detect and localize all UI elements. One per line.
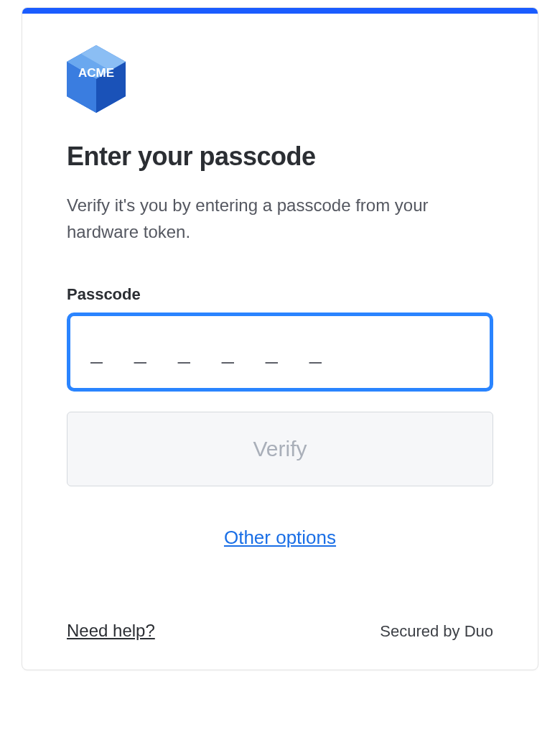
- logo-container: ACME: [67, 45, 493, 113]
- verify-button[interactable]: Verify: [67, 412, 493, 486]
- secured-by-text: Secured by Duo: [380, 622, 493, 641]
- logo-text: ACME: [78, 66, 114, 80]
- help-link[interactable]: Need help?: [67, 621, 155, 641]
- card-footer: Need help? Secured by Duo: [67, 621, 493, 641]
- accent-bar: [22, 8, 538, 14]
- card-content: ACME Enter your passcode Verify it's you…: [22, 14, 538, 670]
- page-title: Enter your passcode: [67, 142, 493, 172]
- page-subtitle: Verify it's you by entering a passcode f…: [67, 192, 493, 245]
- other-options-link[interactable]: Other options: [67, 527, 493, 549]
- passcode-label: Passcode: [67, 285, 493, 304]
- passcode-input[interactable]: [67, 313, 493, 392]
- acme-logo-icon: ACME: [67, 45, 126, 113]
- auth-card: ACME Enter your passcode Verify it's you…: [22, 7, 538, 670]
